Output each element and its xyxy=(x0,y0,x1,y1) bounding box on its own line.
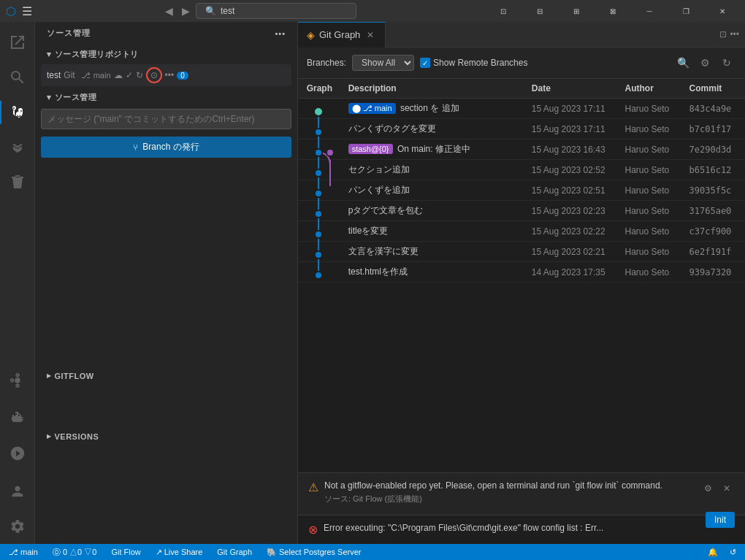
publish-branch-button[interactable]: ⑂ Branch の発行 xyxy=(41,137,291,158)
commit-description: パンくずのタグを変更 xyxy=(341,119,524,139)
tab-more-icon[interactable]: ••• xyxy=(730,29,739,39)
error-notification: ⊗ Error executing: "C:\Program Files\Git… xyxy=(298,515,745,544)
chevron-right-icon2: ▸ xyxy=(47,431,52,441)
notification-settings-button[interactable]: ⚙ xyxy=(700,480,716,496)
git-flow-status-label: Git Flow xyxy=(111,548,140,556)
notification-close-button[interactable]: ✕ xyxy=(719,480,735,496)
commit-hash: c37cf900 xyxy=(682,221,745,242)
main-badge: ⬤ ⎇ main xyxy=(348,103,396,114)
table-row[interactable]: pタグで文章を包む15 Aug 2023 02:23Haruo Seto3176… xyxy=(298,201,745,221)
tab-close-button[interactable]: ✕ xyxy=(364,29,376,41)
table-row[interactable]: stash@{0} On main: 修正途中15 Aug 2023 16:43… xyxy=(298,139,745,160)
activity-accounts[interactable] xyxy=(0,474,35,509)
activity-extensions[interactable] xyxy=(0,165,35,200)
status-branch[interactable]: ⎇ main xyxy=(6,544,41,560)
status-live-share[interactable]: ↗ Live Share xyxy=(153,544,206,560)
split-editor-icon[interactable]: ⊡ xyxy=(719,29,727,39)
commit-author: Haruo Seto xyxy=(618,201,682,221)
commit-description: pタグで文章を包む xyxy=(341,201,524,221)
error-message: Error executing: "C:\Program Files\Git\c… xyxy=(324,523,603,533)
cloud-icon[interactable]: ☁ xyxy=(114,70,123,80)
activity-docker[interactable] xyxy=(0,401,35,436)
svg-point-11 xyxy=(326,149,334,156)
activity-git-graph[interactable] xyxy=(0,363,35,398)
table-row[interactable]: ⬤ ⎇ main section を 追加15 Aug 2023 17:11Ha… xyxy=(298,99,745,119)
live-share-label: Live Share xyxy=(164,548,203,556)
layout-more-icon[interactable]: ⊠ xyxy=(596,0,630,22)
activity-search[interactable] xyxy=(0,60,35,95)
sidebar-title: ソース管理 xyxy=(47,28,91,39)
minimize-button[interactable]: ─ xyxy=(633,0,666,22)
status-right: 🔔 ↺ xyxy=(705,544,739,560)
status-notifications[interactable]: 🔔 xyxy=(705,544,721,560)
branch-icon: ⎇ xyxy=(81,71,91,80)
status-git-graph[interactable]: Git Graph xyxy=(214,544,255,560)
stash-badge: stash@{0} xyxy=(348,144,393,154)
activity-source-control[interactable] xyxy=(0,95,35,130)
init-button[interactable]: Init xyxy=(706,512,735,528)
svg-point-1 xyxy=(16,374,19,377)
activity-run[interactable] xyxy=(0,130,35,165)
repo-section-title[interactable]: ▾ ソース管理リポジトリ xyxy=(35,45,297,63)
status-remote[interactable]: ↺ xyxy=(727,544,739,560)
settings-button[interactable]: ⚙ xyxy=(695,53,714,72)
gitflow-section-title[interactable]: ▸ GITFLOW xyxy=(35,367,297,383)
commit-description: test.htmlを作成 xyxy=(341,262,524,283)
show-remote-label: Show Remote Branches xyxy=(433,58,527,68)
commit-hash: 843c4a9e xyxy=(682,99,745,119)
activity-remote[interactable] xyxy=(0,436,35,471)
commit-table-wrapper[interactable]: Graph Description Date Author Commit ⬤ ⎇… xyxy=(298,79,745,472)
sidebar-header: ソース管理 ••• xyxy=(35,22,297,45)
git-graph-shortcut-button[interactable]: ⊙ xyxy=(146,67,162,83)
refresh-button[interactable]: ↻ xyxy=(717,53,736,72)
nav-forward-button[interactable]: ▶ xyxy=(179,5,193,17)
publish-icon: ⑂ xyxy=(133,142,138,153)
main-layout: ソース管理 ••• ▾ ソース管理リポジトリ test Git ⎇ main ☁… xyxy=(0,22,745,544)
repo-more-actions[interactable]: ••• xyxy=(165,70,175,80)
table-row[interactable]: セクション追加15 Aug 2023 02:52Haruo Setob6516c… xyxy=(298,160,745,180)
hamburger-icon[interactable]: ☰ xyxy=(22,4,32,18)
sync-icon[interactable]: ↻ xyxy=(136,70,143,80)
check-icon[interactable]: ✓ xyxy=(126,70,133,80)
table-row[interactable]: パンくずを追加15 Aug 2023 02:51Haruo Seto39035f… xyxy=(298,180,745,201)
table-row[interactable]: 文言を漢字に変更15 Aug 2023 02:21Haruo Seto6e2f1… xyxy=(298,242,745,262)
changes-badge: 0 xyxy=(177,72,188,80)
repo-item[interactable]: test Git ⎇ main ☁ ✓ ↻ ⊙ ••• 0 xyxy=(41,64,291,86)
sidebar-more-actions[interactable]: ••• xyxy=(275,29,286,38)
status-postgres[interactable]: 🐘 Select Postgres Server xyxy=(264,544,364,560)
status-sync[interactable]: ⓪ 0 △0 ▽0 xyxy=(50,544,100,560)
svg-point-20 xyxy=(315,231,322,238)
git-graph-tab-icon: ◈ xyxy=(307,29,315,41)
layout-grid-icon[interactable]: ⊞ xyxy=(559,0,593,22)
git-graph-tab[interactable]: ◈ Git Graph ✕ xyxy=(298,22,386,47)
commit-message-input[interactable] xyxy=(41,109,291,129)
source-control-section-title[interactable]: ▾ ソース管理 xyxy=(35,88,297,106)
branches-select[interactable]: Show All xyxy=(352,55,414,71)
bottom-panels: ⚠ Not a gitflow-enabled repo yet. Please… xyxy=(298,472,745,544)
table-row[interactable]: test.htmlを作成14 Aug 2023 17:35Haruo Seto9… xyxy=(298,262,745,283)
svg-point-8 xyxy=(315,129,322,136)
status-git-flow[interactable]: Git Flow xyxy=(108,544,143,560)
commit-date: 14 Aug 2023 17:35 xyxy=(524,262,618,283)
versions-section-title[interactable]: ▸ VERSIONS xyxy=(35,427,297,444)
close-button[interactable]: ✕ xyxy=(706,0,739,22)
search-box[interactable]: 🔍 test xyxy=(196,3,356,19)
commit-author: Haruo Seto xyxy=(618,99,682,119)
bell-icon: 🔔 xyxy=(708,548,718,557)
layout-split-icon[interactable]: ⊟ xyxy=(523,0,557,22)
activity-settings[interactable] xyxy=(0,509,35,544)
table-row[interactable]: titleを変更15 Aug 2023 02:22Haruo Setoc37cf… xyxy=(298,221,745,242)
nav-back-button[interactable]: ◀ xyxy=(162,5,176,17)
table-row[interactable]: パンくずのタグを変更15 Aug 2023 17:11Haruo Setob7c… xyxy=(298,119,745,139)
layout-icon[interactable]: ⊡ xyxy=(486,0,520,22)
show-remote-checkbox-group[interactable]: ✓ Show Remote Branches xyxy=(420,58,527,68)
show-remote-checkbox[interactable]: ✓ xyxy=(420,58,430,68)
restore-button[interactable]: ❐ xyxy=(669,0,703,22)
chevron-down-icon2: ▾ xyxy=(47,93,52,102)
git-graph-panel: ◈ Git Graph ✕ ⊡ ••• Branches: Show All ✓… xyxy=(298,22,745,544)
activity-explorer[interactable] xyxy=(0,25,35,60)
notification-message: Not a gitflow-enabled repo yet. Please, … xyxy=(324,480,662,491)
search-commits-button[interactable]: 🔍 xyxy=(673,53,692,72)
postgres-label: Select Postgres Server xyxy=(279,548,362,556)
commit-author: Haruo Seto xyxy=(618,180,682,201)
